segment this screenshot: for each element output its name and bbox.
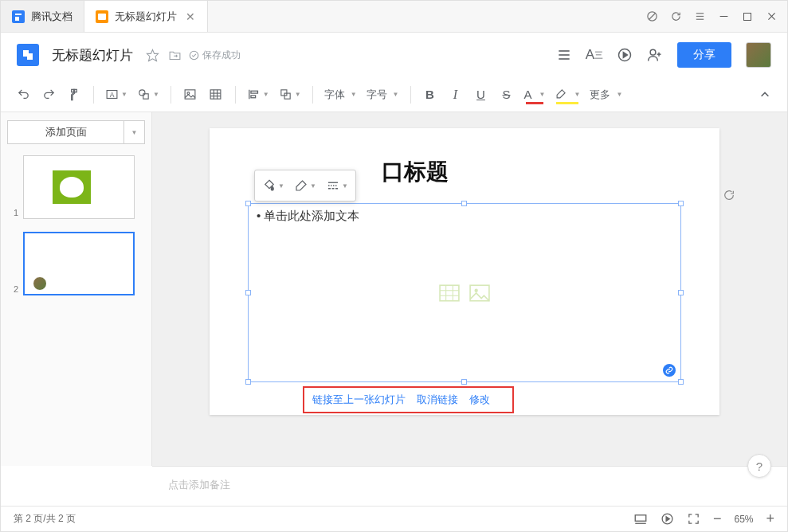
- link-target-link[interactable]: 链接至上一张幻灯片: [312, 393, 406, 407]
- zoom-in-button[interactable]: +: [766, 510, 774, 527]
- app-logo[interactable]: [17, 44, 39, 66]
- notes-placeholder: 点击添加备注: [168, 479, 230, 491]
- table-button[interactable]: [205, 83, 227, 107]
- svg-rect-2: [15, 17, 19, 21]
- svg-text:A: A: [110, 91, 115, 99]
- close-window-icon[interactable]: [760, 6, 782, 28]
- font-size-select[interactable]: 字号▼: [363, 83, 402, 107]
- toolbar: A▼ ▼ ▼ ▼ 字体▼ 字号▼ B I U S A▼ ▼ 更多▼: [1, 77, 787, 112]
- shape-button[interactable]: ▼: [134, 83, 163, 107]
- block-icon[interactable]: [641, 6, 663, 28]
- add-page-button[interactable]: 添加页面: [7, 120, 124, 144]
- insert-table-icon: [439, 284, 460, 302]
- window-controls: [641, 6, 787, 28]
- font-family-select[interactable]: 字体▼: [321, 83, 360, 107]
- text-style-icon[interactable]: A三: [586, 47, 602, 63]
- svg-line-6: [649, 14, 655, 20]
- more-button[interactable]: 更多▼: [586, 83, 625, 107]
- svg-rect-11: [744, 13, 751, 20]
- image-button[interactable]: [179, 83, 202, 107]
- content-placeholder-box[interactable]: • 单击此处添加文本 链接至上一张幻灯片 取消链接 修改: [248, 203, 681, 382]
- maximize-icon[interactable]: [736, 6, 759, 28]
- user-avatar[interactable]: [746, 42, 771, 68]
- thumb-number: 2: [7, 284, 18, 295]
- bold-button[interactable]: B: [419, 83, 441, 107]
- notes-pane[interactable]: ? 点击添加备注: [152, 466, 787, 506]
- svg-rect-4: [98, 14, 106, 20]
- text-color-button[interactable]: A▼: [521, 83, 549, 107]
- folder-move-icon[interactable]: [167, 47, 182, 63]
- svg-rect-40: [284, 93, 290, 99]
- document-title[interactable]: 无标题幻灯片: [52, 46, 133, 65]
- align-button[interactable]: ▼: [244, 83, 272, 107]
- content-placeholder-icons: [439, 284, 490, 302]
- close-tab-icon[interactable]: ✕: [185, 11, 196, 22]
- thumb-number: 1: [7, 208, 18, 219]
- add-person-icon[interactable]: [647, 47, 663, 63]
- svg-marker-14: [147, 49, 158, 61]
- highlight-button[interactable]: ▼: [551, 83, 583, 107]
- svg-point-27: [139, 90, 145, 96]
- slide-thumbnail-1[interactable]: [23, 155, 135, 219]
- play-icon[interactable]: [617, 47, 633, 63]
- textbox-button[interactable]: A▼: [102, 83, 131, 107]
- arrange-button[interactable]: ▼: [276, 83, 304, 107]
- statusbar: 第 2 页/共 2 页 − 65% +: [1, 506, 787, 531]
- insert-image-icon: [469, 284, 490, 302]
- zoom-out-button[interactable]: −: [713, 510, 722, 527]
- svg-rect-31: [210, 90, 221, 99]
- fill-color-button[interactable]: ▼: [258, 174, 288, 198]
- slides-icon: [96, 10, 108, 23]
- hyperlink-callout: 链接至上一张幻灯片 取消链接 修改: [303, 386, 514, 413]
- strikethrough-button[interactable]: S: [496, 83, 518, 107]
- list-view-icon[interactable]: [556, 47, 572, 63]
- svg-rect-1: [15, 14, 22, 15]
- italic-button[interactable]: I: [445, 83, 467, 107]
- cancel-link-button[interactable]: 取消链接: [417, 393, 458, 407]
- zoom-level: 65%: [734, 514, 753, 525]
- minimize-icon[interactable]: [712, 6, 735, 28]
- collaborator-avatar-icon: [33, 276, 47, 291]
- slide-thumbnail-2[interactable]: [23, 232, 135, 295]
- underline-button[interactable]: U: [470, 83, 492, 107]
- svg-rect-44: [440, 285, 459, 301]
- modify-link-button[interactable]: 修改: [469, 393, 490, 407]
- svg-rect-39: [281, 90, 287, 96]
- border-color-button[interactable]: ▼: [290, 174, 320, 198]
- tab-label: 腾讯文档: [31, 10, 73, 24]
- page-counter: 第 2 页/共 2 页: [14, 512, 76, 526]
- slide[interactable]: 单击此处添加口标题 ▼ ▼ ▼ • 单击此处添加文本: [210, 128, 719, 415]
- refresh-icon[interactable]: [665, 6, 687, 28]
- document-header: 无标题幻灯片 保存成功 A三 分享: [1, 33, 787, 77]
- shape-format-toolbar: ▼ ▼ ▼: [254, 170, 356, 201]
- add-page-dropdown[interactable]: ▼: [124, 120, 145, 144]
- slide-canvas[interactable]: 单击此处添加口标题 ▼ ▼ ▼ • 单击此处添加文本: [152, 112, 787, 466]
- play-small-icon[interactable]: [661, 512, 674, 526]
- collapse-toolbar-button[interactable]: [754, 83, 776, 107]
- format-painter-button[interactable]: [63, 83, 85, 107]
- thumbnail-image-icon: [53, 170, 91, 204]
- browser-tab-tencent-docs[interactable]: 腾讯文档: [1, 1, 84, 32]
- hyperlink-badge-icon[interactable]: [663, 364, 676, 377]
- redo-button[interactable]: [37, 83, 60, 107]
- svg-rect-29: [185, 90, 195, 99]
- svg-point-15: [190, 51, 198, 60]
- view-mode-icon[interactable]: [633, 512, 648, 526]
- content-placeholder-text: • 单击此处添加文本: [249, 204, 680, 229]
- slide-panel: 添加页面 ▼ 1 2: [1, 112, 152, 466]
- svg-point-50: [475, 288, 478, 291]
- fullscreen-icon[interactable]: [687, 512, 700, 526]
- share-button[interactable]: 分享: [677, 42, 731, 68]
- star-icon[interactable]: [144, 47, 160, 63]
- tencent-doc-icon: [12, 10, 25, 23]
- border-style-button[interactable]: ▼: [322, 174, 352, 198]
- titlebar: 腾讯文档 无标题幻灯片 ✕: [1, 1, 787, 33]
- rotate-handle-icon[interactable]: [723, 189, 735, 201]
- svg-point-21: [650, 49, 656, 55]
- undo-button[interactable]: [12, 83, 34, 107]
- menu-icon[interactable]: [688, 6, 711, 28]
- browser-tab-slides[interactable]: 无标题幻灯片 ✕: [84, 1, 208, 32]
- svg-marker-54: [666, 517, 669, 522]
- help-button[interactable]: ?: [747, 454, 771, 478]
- svg-rect-37: [251, 91, 258, 93]
